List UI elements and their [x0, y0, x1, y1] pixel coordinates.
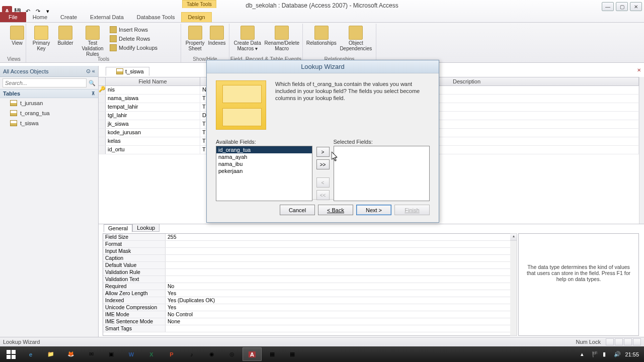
minimize-button[interactable]: —	[602, 2, 614, 11]
nav-table-t_orang_tua[interactable]: t_orang_tua	[0, 108, 98, 118]
builder-button[interactable]: Builder	[55, 25, 75, 46]
taskbar-chrome[interactable]: ◉	[202, 347, 221, 361]
tab-database-tools[interactable]: Database Tools	[130, 12, 182, 22]
indexes-button[interactable]: Indexes	[208, 25, 226, 46]
contextual-tab-label: Table Tools	[182, 0, 216, 8]
property-row[interactable]: RequiredNo	[103, 283, 511, 290]
delete-rows-button[interactable]: Delete Rows	[110, 35, 157, 43]
table-icon	[10, 120, 17, 126]
remove-all-fields-button[interactable]: <<	[316, 190, 330, 200]
taskbar-ie[interactable]: e	[21, 347, 40, 361]
add-all-fields-button[interactable]: >>	[316, 159, 330, 169]
test-validation-button[interactable]: Test Validation Rules	[77, 25, 108, 57]
lookup-wizard-dialog: Lookup Wizard Which fields of t_orang_tu…	[206, 60, 439, 223]
available-field-item[interactable]: id_orang_tua	[216, 146, 312, 153]
taskbar-firefox[interactable]: 🦊	[61, 347, 80, 361]
next-button[interactable]: Next >	[356, 205, 391, 215]
add-field-button[interactable]: >	[316, 147, 330, 157]
taskbar-explorer[interactable]: 📁	[41, 347, 60, 361]
create-data-macros-button[interactable]: Create Data Macros ▾	[232, 25, 263, 51]
taskbar-mail[interactable]: ✉	[82, 347, 101, 361]
available-field-item[interactable]: nama_ibu	[216, 160, 312, 167]
cancel-button[interactable]: Cancel	[280, 205, 315, 215]
nav-section-tables[interactable]: Tables⊼	[0, 89, 98, 98]
property-help-text: The data type determines the kind of val…	[518, 233, 639, 336]
taskbar-access[interactable]: A	[243, 347, 262, 361]
tab-design[interactable]: Design	[181, 12, 211, 22]
nav-table-t_siswa[interactable]: t_siswa	[0, 118, 98, 128]
tray-action-center-icon[interactable]: 🏴	[592, 351, 599, 358]
rename-delete-macro-button[interactable]: Rename/Delete Macro	[265, 25, 299, 51]
remove-field-button[interactable]: <	[316, 177, 330, 188]
view-datasheet-icon[interactable]	[606, 338, 614, 345]
tray-show-hidden-icon[interactable]: ▴	[581, 351, 588, 358]
start-button[interactable]	[2, 347, 20, 361]
available-field-item[interactable]: pekerjaan	[216, 167, 312, 174]
tray-clock[interactable]: 21:55	[625, 351, 639, 357]
validation-icon	[86, 26, 100, 40]
property-sheet-button[interactable]: Property Sheet	[184, 25, 206, 51]
view-design-icon[interactable]	[615, 338, 623, 345]
view-sql-icon[interactable]	[624, 338, 632, 345]
tab-general[interactable]: General	[104, 224, 132, 232]
maximize-button[interactable]: ▢	[616, 2, 628, 11]
finish-button[interactable]: Finish	[394, 205, 430, 215]
back-button[interactable]: < Back	[318, 205, 353, 215]
property-row[interactable]: Validation Rule	[103, 269, 511, 276]
available-fields-label: Available Fields:	[216, 139, 312, 145]
object-dependencies-button[interactable]: Object Dependencies	[339, 25, 373, 51]
relationships-button[interactable]: Relationships	[306, 25, 337, 46]
nav-header[interactable]: All Access Objects ⊙ «	[0, 66, 98, 77]
taskbar-powerpoint[interactable]: P	[162, 347, 181, 361]
status-bar: Lookup Wizard Num Lock	[0, 337, 644, 346]
taskbar-excel[interactable]: X	[142, 347, 161, 361]
nav-search-input[interactable]	[3, 78, 87, 87]
nav-table-t_jurusan[interactable]: t_jurusan	[0, 98, 98, 108]
tab-lookup[interactable]: Lookup	[132, 224, 159, 232]
property-row[interactable]: Allow Zero LengthYes	[103, 290, 511, 297]
taskbar-app3[interactable]: ◎	[222, 347, 242, 361]
taskbar-app2[interactable]: ♪	[182, 347, 201, 361]
property-row[interactable]: IME Sentence ModeNone	[103, 318, 511, 325]
view-button[interactable]: View	[5, 25, 29, 46]
property-row[interactable]: Caption	[103, 255, 511, 262]
property-row[interactable]: Validation Text	[103, 276, 511, 283]
view-form-icon[interactable]	[633, 338, 641, 345]
primary-key-button[interactable]: Primary Key	[29, 25, 53, 51]
document-close-icon[interactable]: ✕	[637, 67, 641, 73]
nav-collapse-icon[interactable]: ⊙ «	[86, 68, 95, 74]
available-field-item[interactable]: nama_ayah	[216, 153, 312, 160]
insert-rows-button[interactable]: Insert Rows	[110, 26, 157, 34]
property-row[interactable]: Unicode CompressionYes	[103, 304, 511, 311]
taskbar-app5[interactable]: ▦	[283, 347, 302, 361]
property-row[interactable]: Input Mask	[103, 248, 511, 255]
property-row[interactable]: Format	[103, 241, 511, 248]
available-fields-list[interactable]: id_orang_tuanama_ayahnama_ibupekerjaan	[216, 146, 312, 201]
taskbar-app1[interactable]: ▣	[102, 347, 121, 361]
taskbar-app4[interactable]: ▦	[263, 347, 282, 361]
modify-lookups-button[interactable]: Modify Lookups	[110, 44, 157, 52]
key-icon	[34, 26, 48, 40]
property-row[interactable]: IME ModeNo Control	[103, 311, 511, 318]
property-row[interactable]: Field Size255	[103, 234, 511, 241]
tab-create[interactable]: Create	[54, 12, 84, 22]
property-row[interactable]: Default Value	[103, 262, 511, 269]
tray-volume-icon[interactable]: 🔊	[614, 351, 621, 358]
svg-rect-0	[7, 350, 11, 354]
tab-home[interactable]: Home	[26, 12, 54, 22]
tab-external-data[interactable]: External Data	[84, 12, 130, 22]
close-button[interactable]: ✕	[630, 2, 642, 11]
col-field-name[interactable]: Field Name	[106, 77, 200, 85]
tab-file[interactable]: File	[0, 12, 26, 22]
taskbar-word[interactable]: W	[122, 347, 141, 361]
document-tab[interactable]: t_siswa	[106, 67, 149, 76]
selected-fields-list[interactable]	[334, 146, 430, 201]
property-row[interactable]: Smart Tags	[103, 325, 511, 332]
search-icon[interactable]: 🔍	[89, 80, 96, 86]
rename-macro-icon	[275, 26, 289, 40]
property-scroll[interactable]: ▴	[510, 233, 517, 336]
table-icon	[10, 110, 17, 116]
collapse-icon: ⊼	[92, 91, 95, 96]
property-row[interactable]: IndexedYes (Duplicates OK)	[103, 297, 511, 304]
tray-network-icon[interactable]: ▮	[603, 351, 610, 358]
